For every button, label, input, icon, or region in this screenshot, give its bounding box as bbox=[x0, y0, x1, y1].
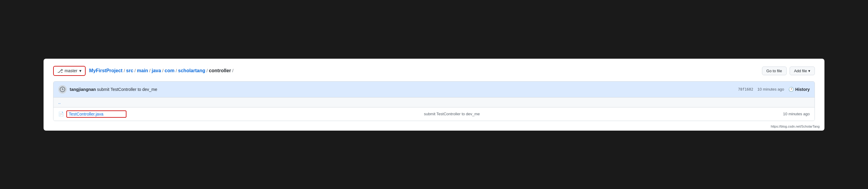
breadcrumb-main[interactable]: main bbox=[137, 68, 148, 74]
file-table: tangjiangnan submit TestController to de… bbox=[53, 81, 815, 121]
commit-row: tangjiangnan submit TestController to de… bbox=[54, 82, 814, 98]
file-commit-message: submit TestController to dev_me bbox=[130, 112, 774, 116]
committer-name: tangjiangnan bbox=[70, 87, 96, 92]
commit-hash: 78f1602 bbox=[738, 87, 753, 91]
go-to-file-button[interactable]: Go to file bbox=[762, 66, 786, 75]
top-left: ⎇ master ▾ MyFirstProject / src / main /… bbox=[53, 66, 234, 76]
parent-dir-row[interactable]: .. bbox=[54, 98, 814, 107]
breadcrumb-src[interactable]: src bbox=[126, 68, 133, 74]
sep-3: / bbox=[162, 68, 163, 73]
committer-avatar bbox=[58, 85, 67, 93]
commit-msg-body: submit TestController to dev_me bbox=[97, 87, 157, 92]
top-right: Go to file Add file ▾ bbox=[762, 66, 815, 75]
sep-2: / bbox=[149, 68, 151, 73]
breadcrumb-java[interactable]: java bbox=[152, 68, 161, 74]
file-icon: 📄 bbox=[58, 111, 64, 117]
sep-0: / bbox=[124, 68, 125, 73]
add-file-button[interactable]: Add file ▾ bbox=[789, 66, 815, 75]
watermark: https://blog.csdn.net/ScholarTang bbox=[771, 125, 819, 128]
sep-6: / bbox=[232, 68, 234, 73]
sep-5: / bbox=[207, 68, 208, 73]
breadcrumb-com[interactable]: com bbox=[164, 68, 175, 74]
top-bar: ⎇ master ▾ MyFirstProject / src / main /… bbox=[53, 66, 815, 76]
file-name-link[interactable]: TestController.java bbox=[66, 110, 126, 118]
file-time: 10 minutes ago bbox=[774, 112, 810, 116]
sep-1: / bbox=[134, 68, 136, 73]
branch-name: master bbox=[65, 68, 78, 73]
main-container: ⎇ master ▾ MyFirstProject / src / main /… bbox=[43, 59, 825, 131]
sep-4: / bbox=[176, 68, 177, 73]
breadcrumb-repo[interactable]: MyFirstProject bbox=[89, 68, 123, 74]
add-file-label: Add file bbox=[794, 69, 807, 73]
branch-icon: ⎇ bbox=[57, 68, 63, 74]
breadcrumb-current: controller bbox=[209, 68, 231, 74]
breadcrumb-scholartang[interactable]: scholartang bbox=[178, 68, 206, 74]
branch-selector[interactable]: ⎇ master ▾ bbox=[53, 66, 86, 76]
history-icon: 🕐 bbox=[788, 87, 794, 92]
parent-dir-label: .. bbox=[58, 100, 61, 105]
add-file-dropdown-icon: ▾ bbox=[808, 69, 810, 73]
history-label: History bbox=[795, 87, 810, 92]
commit-meta: 78f1602 10 minutes ago 🕐 History bbox=[738, 87, 810, 92]
table-row: 📄 TestController.java submit TestControl… bbox=[54, 107, 814, 121]
history-link[interactable]: 🕐 History bbox=[788, 87, 810, 92]
commit-time: 10 minutes ago bbox=[757, 87, 784, 91]
breadcrumb: MyFirstProject / src / main / java / com… bbox=[89, 68, 234, 74]
commit-message: tangjiangnan submit TestController to de… bbox=[70, 87, 738, 92]
branch-dropdown-icon: ▾ bbox=[79, 68, 82, 73]
